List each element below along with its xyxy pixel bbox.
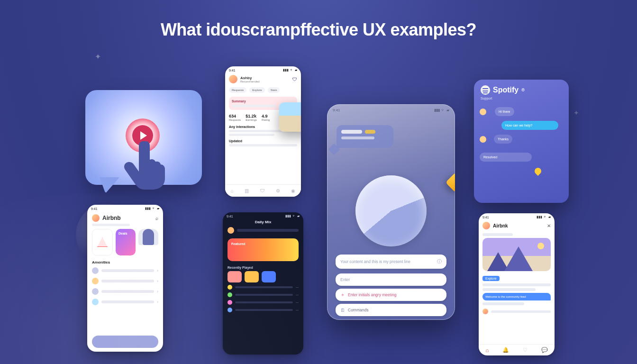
hero-label: Featured bbox=[231, 242, 246, 246]
battery-icon: ▰ bbox=[548, 215, 551, 218]
battery-icon: ▰ bbox=[297, 214, 300, 218]
page-title: What idouscrampffective UX examples? bbox=[0, 20, 637, 40]
sparkle-icon: ✦ bbox=[573, 109, 579, 117]
shield-icon[interactable]: 🛡 bbox=[292, 77, 297, 82]
chat-bubble: Hi there bbox=[495, 107, 514, 116]
home-icon[interactable]: ⌂ bbox=[231, 188, 234, 193]
plus-icon[interactable]: ＋ bbox=[340, 291, 345, 298]
bottom-nav[interactable] bbox=[92, 336, 158, 348]
floating-image-card[interactable] bbox=[279, 102, 301, 132]
signal-icon: ▮▮▮ bbox=[145, 207, 151, 210]
bottom-nav: ⌂ 🔔 ♡ 💬 bbox=[479, 344, 555, 355]
wifi-icon: ᯤ bbox=[290, 68, 293, 72]
signal-icon: ▮▮▮ bbox=[283, 68, 289, 72]
status-time: 9:41 bbox=[227, 215, 233, 218]
avatar[interactable] bbox=[92, 214, 100, 222]
list-item[interactable] bbox=[479, 307, 555, 316]
chat-app-mock: 9:41 ▮▮▮ᯤ▰ Your content and this is my p… bbox=[327, 104, 455, 320]
promo-card[interactable]: Deals bbox=[116, 229, 136, 255]
status-time: 9:41 bbox=[333, 108, 340, 112]
hand-pointer-icon bbox=[118, 133, 175, 190]
album-tile[interactable] bbox=[245, 271, 259, 282]
avatar[interactable] bbox=[229, 75, 237, 83]
shield-icon[interactable]: 🛡 bbox=[260, 188, 265, 193]
chevron-right-icon: › bbox=[157, 289, 158, 294]
chevron-right-icon: › bbox=[157, 279, 158, 283]
profile-subtitle: Recommended bbox=[240, 80, 260, 83]
track-row[interactable]: — bbox=[223, 299, 303, 306]
list-item[interactable]: › bbox=[87, 286, 163, 297]
progress-dial[interactable] bbox=[355, 175, 427, 246]
profile-icon[interactable]: ◉ bbox=[291, 188, 295, 193]
status-time: 9:41 bbox=[91, 207, 98, 210]
tertiary-input[interactable]: ＋ Enter initials angry meeting bbox=[336, 289, 446, 301]
social-app-mock: 9:41 ▮▮▮ᯤ▰ Airbnk ✕ Explore Welcome to t… bbox=[479, 213, 555, 355]
spotify-app-mock: Spotify® Support Hi there How can we hel… bbox=[474, 80, 569, 203]
secondary-input[interactable]: Enter bbox=[336, 273, 446, 286]
list-item[interactable]: › bbox=[87, 265, 163, 276]
chat-bubble: How can we help? bbox=[501, 121, 558, 130]
tab-pill[interactable]: Explore bbox=[249, 87, 264, 93]
stat: 4.9Rating bbox=[262, 114, 270, 121]
message-input[interactable]: Your content and this is my present line… bbox=[336, 255, 446, 269]
settings-icon[interactable]: ⚙ bbox=[276, 188, 280, 193]
brand-subhead: Support bbox=[474, 97, 569, 103]
play-feature-card bbox=[85, 90, 202, 185]
bell-icon[interactable]: 🔔 bbox=[502, 347, 509, 353]
album-tile[interactable] bbox=[228, 271, 242, 282]
sparkle-icon: ✦ bbox=[142, 332, 149, 342]
chevron-right-icon: › bbox=[157, 268, 158, 273]
avatar[interactable] bbox=[482, 222, 490, 229]
promo-label: Deals bbox=[118, 232, 127, 235]
tab-pill[interactable]: Stats bbox=[268, 87, 280, 93]
close-icon[interactable]: ✕ bbox=[547, 223, 551, 228]
signal-icon: ▮▮▮ bbox=[434, 108, 440, 112]
list-item[interactable]: › bbox=[87, 297, 163, 307]
status-bar: 9:41 ▮▮▮ᯤ▰ bbox=[327, 104, 455, 114]
input-placeholder: Enter bbox=[340, 277, 350, 282]
track-row[interactable]: — bbox=[223, 306, 303, 314]
hero-image[interactable] bbox=[482, 238, 551, 271]
chat-bubble bbox=[337, 125, 393, 148]
wifi-icon: ᯤ bbox=[292, 214, 296, 218]
chat-icon[interactable]: 💬 bbox=[541, 347, 548, 353]
track-row[interactable]: — bbox=[223, 291, 303, 299]
quaternary-input[interactable]: 🗓 Commands bbox=[336, 304, 446, 316]
analytics-app-mock: 9:41 ▮▮▮ᯤ▰ Ashby Recommended 🛡 Requests … bbox=[225, 66, 301, 197]
sun-icon bbox=[537, 243, 544, 249]
spotify-logo-icon bbox=[481, 85, 490, 95]
calendar-icon[interactable]: 🗓 bbox=[340, 308, 345, 313]
status-bar: 9:41 ▮▮▮ᯤ▰ bbox=[87, 205, 163, 211]
status-time: 9:41 bbox=[482, 216, 489, 219]
mountain-icon bbox=[487, 252, 509, 271]
chat-bubble: Thanks bbox=[494, 135, 512, 144]
status-bar: 9:41 ▮▮▮ᯤ▰ bbox=[223, 212, 303, 219]
alert-card[interactable] bbox=[92, 229, 113, 255]
info-icon[interactable]: ⓘ bbox=[437, 258, 442, 265]
brand-name: Spotify bbox=[493, 86, 519, 94]
glow-orb bbox=[76, 204, 137, 265]
category-tag[interactable]: Explore bbox=[482, 276, 500, 281]
status-bar: 9:41 ▮▮▮ᯤ▰ bbox=[479, 213, 555, 220]
hero-card[interactable]: Featured bbox=[228, 238, 299, 261]
bottom-nav: ⌂ ▥ 🛡 ⚙ ◉ bbox=[225, 184, 301, 197]
album-tile[interactable] bbox=[262, 271, 276, 282]
airbnb-app-mock: 9:41 ▮▮▮ᯤ▰ Airbnb ⌕ Deals Amenities › › … bbox=[87, 205, 163, 352]
battery-icon: ▰ bbox=[446, 108, 449, 112]
list-item[interactable]: › bbox=[87, 276, 163, 286]
avatar bbox=[480, 109, 486, 115]
track-row[interactable]: — bbox=[223, 283, 303, 291]
heart-icon[interactable]: ♡ bbox=[523, 347, 528, 353]
section-title: Recently Played bbox=[223, 264, 303, 270]
pin-icon bbox=[533, 166, 543, 176]
section-title: Amenities bbox=[87, 257, 163, 265]
search-icon[interactable]: ⌕ bbox=[155, 216, 158, 221]
stats-icon[interactable]: ▥ bbox=[245, 188, 249, 193]
stat: $1.2kEarnings bbox=[246, 114, 257, 121]
profile-card[interactable] bbox=[138, 229, 158, 245]
mountain-icon bbox=[504, 246, 533, 271]
signal-icon: ▮▮▮ bbox=[285, 214, 291, 218]
tab-pill[interactable]: Requests bbox=[229, 87, 246, 93]
status-badge: Resolved bbox=[480, 153, 532, 162]
home-icon[interactable]: ⌂ bbox=[485, 347, 489, 353]
